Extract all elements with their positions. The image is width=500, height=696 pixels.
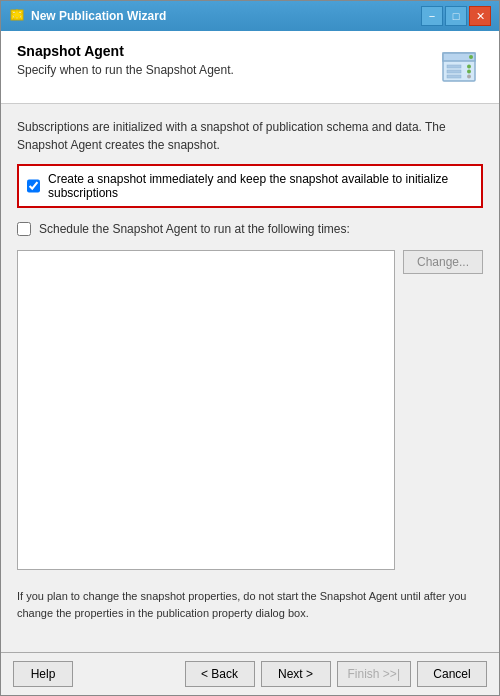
header-text: Snapshot Agent Specify when to run the S… <box>17 43 435 77</box>
svg-rect-6 <box>447 70 461 73</box>
help-button[interactable]: Help <box>13 661 73 687</box>
window-title: New Publication Wizard <box>31 9 166 23</box>
svg-rect-7 <box>447 75 461 78</box>
main-content: Subscriptions are initialized with a sna… <box>1 104 499 652</box>
create-snapshot-label: Create a snapshot immediately and keep t… <box>48 172 473 200</box>
svg-point-10 <box>467 75 471 79</box>
bottom-bar: Help < Back Next > Finish >>| Cancel <box>1 652 499 695</box>
title-bar-left: New Publication Wizard <box>9 8 166 24</box>
maximize-button[interactable]: □ <box>445 6 467 26</box>
footer-note: If you plan to change the snapshot prope… <box>17 580 483 625</box>
wizard-icon <box>9 8 25 24</box>
title-bar-buttons: − □ ✕ <box>421 6 491 26</box>
schedule-area: Change... <box>17 250 483 570</box>
schedule-buttons: Change... <box>403 250 483 274</box>
page-title: Snapshot Agent <box>17 43 435 59</box>
content-area: Snapshot Agent Specify when to run the S… <box>1 31 499 652</box>
close-button[interactable]: ✕ <box>469 6 491 26</box>
change-button[interactable]: Change... <box>403 250 483 274</box>
svg-point-9 <box>467 70 471 74</box>
bottom-right: < Back Next > Finish >>| Cancel <box>185 661 487 687</box>
schedule-agent-label: Schedule the Snapshot Agent to run at th… <box>39 222 350 236</box>
back-button[interactable]: < Back <box>185 661 255 687</box>
schedule-agent-checkbox[interactable] <box>17 222 31 236</box>
cancel-button[interactable]: Cancel <box>417 661 487 687</box>
description-text: Subscriptions are initialized with a sna… <box>17 118 483 154</box>
page-subtitle: Specify when to run the Snapshot Agent. <box>17 63 435 77</box>
minimize-button[interactable]: − <box>421 6 443 26</box>
snapshot-agent-icon <box>435 43 483 91</box>
svg-point-11 <box>469 55 473 59</box>
title-bar: New Publication Wizard − □ ✕ <box>1 1 499 31</box>
create-snapshot-row: Create a snapshot immediately and keep t… <box>17 164 483 208</box>
create-snapshot-checkbox[interactable] <box>27 179 40 193</box>
header-section: Snapshot Agent Specify when to run the S… <box>1 31 499 104</box>
main-window: New Publication Wizard − □ ✕ Snapshot Ag… <box>0 0 500 696</box>
svg-rect-5 <box>447 65 461 68</box>
finish-button[interactable]: Finish >>| <box>337 661 411 687</box>
schedule-list <box>17 250 395 570</box>
schedule-agent-row: Schedule the Snapshot Agent to run at th… <box>17 218 483 240</box>
bottom-left: Help <box>13 661 73 687</box>
next-button[interactable]: Next > <box>261 661 331 687</box>
svg-point-8 <box>467 65 471 69</box>
